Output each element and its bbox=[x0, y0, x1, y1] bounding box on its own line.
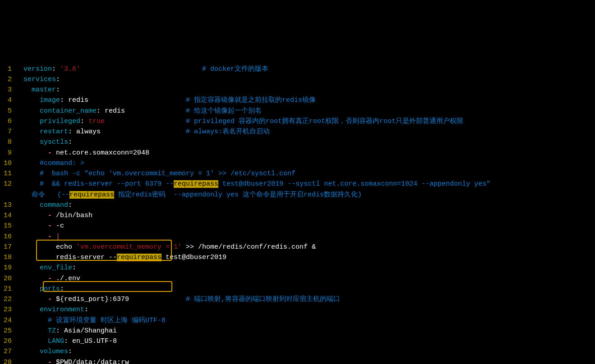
code-content[interactable]: restart: always # always:表名开机自启动 bbox=[15, 127, 595, 137]
code-content[interactable]: LANG: en_US.UTF-8 bbox=[15, 336, 595, 346]
line-number: 24 bbox=[0, 315, 15, 326]
line-number: 25 bbox=[0, 326, 15, 336]
code-line[interactable]: 3 master: bbox=[0, 85, 595, 95]
code-content[interactable]: command: bbox=[15, 200, 595, 210]
code-content[interactable]: - $PWD/data:/data:rw bbox=[15, 357, 595, 364]
code-content[interactable]: # bash -c "echo 'vm.overcommit_memory = … bbox=[15, 168, 595, 179]
code-line[interactable]: 5 container_name: redis # 给这个镜像起一个别名 bbox=[0, 106, 595, 116]
code-content[interactable]: ports: bbox=[15, 284, 595, 294]
code-content[interactable]: - /bin/bash bbox=[15, 210, 595, 221]
code-content[interactable]: # && redis-server --port 6379 --requirep… bbox=[15, 179, 595, 189]
code-line[interactable]: 命令 (--requirepass 指定redis密码 --appendonly… bbox=[0, 190, 595, 200]
code-content[interactable]: environment: bbox=[15, 305, 595, 315]
line-number: 4 bbox=[0, 95, 15, 105]
line-number: 10 bbox=[0, 158, 15, 168]
line-number: 28 bbox=[0, 357, 15, 364]
code-line[interactable]: 6 privileged: true # privileged 容器内的root… bbox=[0, 116, 595, 127]
search-highlight: requirepass bbox=[117, 254, 161, 261]
code-content[interactable]: - ${redis_port}:6379 # 端口映射,将容器的端口映射到对应宿… bbox=[15, 294, 595, 305]
code-line[interactable]: 28 - $PWD/data:/data:rw bbox=[0, 357, 595, 364]
line-number: 8 bbox=[0, 137, 15, 147]
line-number: 7 bbox=[0, 127, 15, 137]
code-line[interactable]: 10 #command: > bbox=[0, 158, 595, 168]
code-line[interactable]: 20 - ./.env bbox=[0, 273, 595, 284]
line-number: 2 bbox=[0, 74, 15, 85]
line-number: 11 bbox=[0, 168, 15, 179]
code-content[interactable]: env_file: bbox=[15, 263, 595, 273]
code-line[interactable]: 25 TZ: Asia/Shanghai bbox=[0, 326, 595, 336]
line-number: 9 bbox=[0, 148, 15, 158]
line-number: 12 bbox=[0, 179, 15, 189]
code-content[interactable]: volumes: bbox=[15, 346, 595, 357]
code-content[interactable]: #command: > bbox=[15, 158, 595, 168]
code-line[interactable]: 26 LANG: en_US.UTF-8 bbox=[0, 336, 595, 346]
line-number: 17 bbox=[0, 242, 15, 252]
code-content[interactable]: redis-server --requirepass test@dbuser20… bbox=[15, 252, 595, 263]
code-content[interactable]: container_name: redis # 给这个镜像起一个别名 bbox=[15, 106, 595, 116]
code-content[interactable]: version: '3.6' # docker文件的版本 bbox=[15, 64, 595, 74]
line-number: 6 bbox=[0, 116, 15, 127]
line-number: 5 bbox=[0, 106, 15, 116]
code-line[interactable]: 19 env_file: bbox=[0, 263, 595, 273]
code-line[interactable]: 4 image: redis # 指定容器镜像就是之前拉取的redis镜像 bbox=[0, 95, 595, 105]
code-line[interactable]: 1 version: '3.6' # docker文件的版本 bbox=[0, 64, 595, 74]
code-line[interactable]: 12 # && redis-server --port 6379 --requi… bbox=[0, 179, 595, 189]
line-number: 18 bbox=[0, 252, 15, 263]
code-line[interactable]: 15 - -c bbox=[0, 221, 595, 231]
line-number: 15 bbox=[0, 221, 15, 231]
code-content[interactable]: privileged: true # privileged 容器内的root拥有… bbox=[15, 116, 595, 127]
code-line[interactable]: 24 # 设置环境变量 时区上海 编码UTF-8 bbox=[0, 315, 595, 326]
line-number: 20 bbox=[0, 273, 15, 284]
line-number: 26 bbox=[0, 336, 15, 346]
code-content[interactable]: - ./.env bbox=[15, 273, 595, 284]
code-line[interactable]: 23 environment: bbox=[0, 305, 595, 315]
code-editor[interactable]: 1 version: '3.6' # docker文件的版本2 services… bbox=[0, 43, 595, 364]
code-line[interactable]: 9 - net.core.somaxconn=2048 bbox=[0, 148, 595, 158]
code-line[interactable]: 16 - | bbox=[0, 232, 595, 242]
line-number: 27 bbox=[0, 346, 15, 357]
line-number: 14 bbox=[0, 210, 15, 221]
code-content[interactable]: - net.core.somaxconn=2048 bbox=[15, 148, 595, 158]
line-number: 3 bbox=[0, 85, 15, 95]
code-line[interactable]: 27 volumes: bbox=[0, 346, 595, 357]
code-content[interactable]: 命令 (--requirepass 指定redis密码 --appendonly… bbox=[15, 190, 595, 200]
search-highlight: requirepass bbox=[174, 180, 218, 188]
code-content[interactable]: - -c bbox=[15, 221, 595, 231]
line-number: 19 bbox=[0, 263, 15, 273]
code-content[interactable]: - | bbox=[15, 232, 595, 242]
code-line[interactable]: 14 - /bin/bash bbox=[0, 210, 595, 221]
code-line[interactable]: 7 restart: always # always:表名开机自启动 bbox=[0, 127, 595, 137]
line-number: 23 bbox=[0, 305, 15, 315]
code-content[interactable]: sysctls: bbox=[15, 137, 595, 147]
code-content[interactable]: # 设置环境变量 时区上海 编码UTF-8 bbox=[15, 315, 595, 326]
line-number: 1 bbox=[0, 64, 15, 74]
code-content[interactable]: image: redis # 指定容器镜像就是之前拉取的redis镜像 bbox=[15, 95, 595, 105]
code-line[interactable]: 8 sysctls: bbox=[0, 137, 595, 147]
line-number: 16 bbox=[0, 232, 15, 242]
code-line[interactable]: 11 # bash -c "echo 'vm.overcommit_memory… bbox=[0, 168, 595, 179]
line-number: 21 bbox=[0, 284, 15, 294]
code-line[interactable]: 13 command: bbox=[0, 200, 595, 210]
code-line[interactable]: 2 services: bbox=[0, 74, 595, 85]
code-content[interactable]: services: bbox=[15, 74, 595, 85]
code-line[interactable]: 21 ports: bbox=[0, 284, 595, 294]
code-content[interactable]: master: bbox=[15, 85, 595, 95]
code-content[interactable]: echo 'vm.overcommit_memory = 1' >> /home… bbox=[15, 242, 595, 252]
code-line[interactable]: 17 echo 'vm.overcommit_memory = 1' >> /h… bbox=[0, 242, 595, 252]
code-line[interactable]: 22 - ${redis_port}:6379 # 端口映射,将容器的端口映射到… bbox=[0, 294, 595, 305]
code-content[interactable]: TZ: Asia/Shanghai bbox=[15, 326, 595, 336]
search-highlight: requirepass bbox=[69, 191, 114, 199]
line-number: 22 bbox=[0, 294, 15, 305]
line-number: 13 bbox=[0, 200, 15, 210]
code-line[interactable]: 18 redis-server --requirepass test@dbuse… bbox=[0, 252, 595, 263]
